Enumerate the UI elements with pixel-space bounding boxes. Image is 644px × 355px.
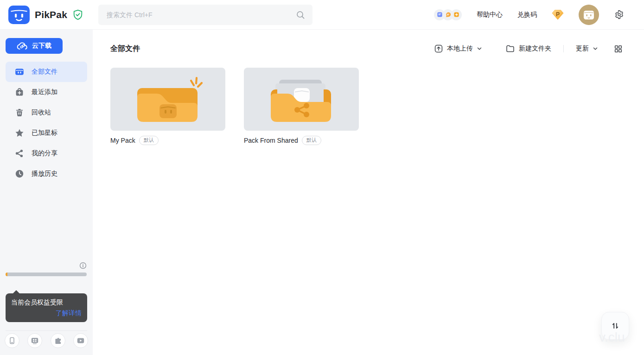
folder-thumbnail[interactable]: [110, 68, 225, 131]
pikpak-logo-icon[interactable]: [8, 6, 30, 24]
sidebar-item-starred[interactable]: 已加星标: [6, 123, 87, 143]
sidebar-menu: 全部文件 最近添加 回收站: [6, 62, 87, 184]
refresh-button[interactable]: 更新: [576, 44, 598, 53]
storage-progress-used: [6, 273, 7, 276]
folder-grid: My Pack 默认: [110, 68, 359, 145]
folder-card-my-pack[interactable]: My Pack 默认: [110, 68, 225, 145]
redeem-code-link[interactable]: 兑换码: [517, 11, 537, 19]
default-badge: 默认: [139, 136, 159, 145]
cloud-link-icon: [17, 41, 28, 51]
storage-progress-bar: [6, 273, 87, 276]
local-upload-label: 本地上传: [447, 44, 473, 53]
sidebar-item-play-history[interactable]: 播放历史: [6, 164, 87, 184]
storage-info-icon[interactable]: [79, 262, 87, 269]
help-center-link[interactable]: 帮助中心: [477, 11, 503, 19]
search-input[interactable]: [106, 11, 296, 19]
top-header: PikPak: [0, 0, 644, 30]
new-folder-label: 新建文件夹: [519, 44, 551, 53]
sidebar-item-label: 我的分享: [32, 149, 57, 158]
my-pack-folder-icon: [110, 68, 225, 131]
star-icon: [15, 128, 24, 138]
all-files-icon: [15, 67, 24, 76]
folder-name: My Pack: [110, 137, 135, 144]
member-limit-tooltip: 当前会员权益受限 了解详情: [6, 293, 87, 322]
toolbar-divider: [563, 45, 564, 52]
sidebar-item-label: 已加星标: [32, 129, 57, 137]
local-upload-button[interactable]: 本地上传: [434, 44, 482, 53]
security-shield-icon: [73, 9, 83, 20]
quick-apps: [434, 9, 462, 20]
platform-dock: [5, 333, 88, 348]
tooltip-title: 当前会员权益受限: [11, 298, 82, 307]
tv-app-icon[interactable]: [27, 333, 42, 348]
sidebar-divider: [6, 330, 87, 331]
cloud-download-label: 云下载: [32, 42, 51, 50]
sidebar-item-trash[interactable]: 回收站: [6, 102, 87, 123]
browser-extension-icon[interactable]: [51, 333, 65, 348]
sidebar-item-label: 最近添加: [32, 88, 57, 96]
settings-gear-icon[interactable]: [614, 9, 625, 20]
sidebar-item-label: 播放历史: [32, 170, 57, 178]
default-badge: 默认: [302, 136, 321, 145]
avatar[interactable]: [579, 5, 599, 25]
brand-name: PikPak: [35, 9, 67, 20]
new-folder-button[interactable]: 新建文件夹: [505, 44, 551, 53]
learn-more-link[interactable]: 了解详情: [56, 309, 82, 317]
folder-card-pack-from-shared[interactable]: Pack From Shared 默认: [244, 68, 359, 145]
chevron-down-icon: [477, 46, 482, 51]
history-clock-icon: [15, 169, 24, 178]
shared-pack-folder-icon: [244, 68, 359, 131]
sort-arrows-icon: [610, 320, 621, 331]
page-title: 全部文件: [110, 44, 140, 54]
toolbar: 本地上传 新建文件夹 更新: [434, 44, 623, 53]
share-icon: [15, 149, 24, 158]
sidebar-item-all-files[interactable]: 全部文件: [6, 62, 87, 82]
sidebar-item-recent[interactable]: 最近添加: [6, 82, 87, 102]
recent-add-icon: [15, 88, 24, 97]
cloud-download-button[interactable]: 云下载: [6, 38, 63, 54]
refresh-label: 更新: [576, 44, 589, 53]
mobile-app-icon[interactable]: [5, 333, 19, 348]
svg-text:P: P: [556, 11, 560, 18]
main-content: 全部文件 本地上传: [93, 30, 644, 355]
folder-thumbnail[interactable]: [244, 68, 359, 131]
premium-gem-badge[interactable]: P: [552, 9, 564, 20]
sidebar-item-label: 全部文件: [32, 68, 57, 76]
chevron-down-icon: [593, 46, 598, 51]
folder-name: Pack From Shared: [244, 137, 298, 144]
search-icon[interactable]: [296, 10, 305, 19]
sidebar-item-label: 回收站: [32, 108, 51, 117]
search-bar[interactable]: [98, 5, 312, 25]
sort-order-button[interactable]: [601, 312, 629, 340]
grid-view-icon[interactable]: [614, 44, 623, 53]
folder-outline-icon: [505, 44, 515, 53]
trash-icon: [15, 108, 24, 117]
arrow-right-icon[interactable]: [451, 9, 462, 20]
video-channel-icon[interactable]: [73, 333, 88, 348]
upload-icon: [434, 44, 443, 53]
sidebar-item-my-shares[interactable]: 我的分享: [6, 143, 87, 164]
sidebar: 云下载 全部文件 最近添加: [0, 30, 93, 355]
header-actions: 帮助中心 兑换码 P: [434, 5, 625, 25]
